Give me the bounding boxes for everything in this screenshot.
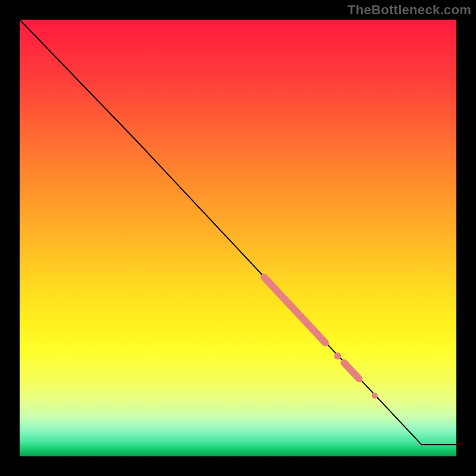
watermark-text: TheBottleneck.com	[347, 2, 471, 18]
segment-c	[344, 363, 359, 378]
chart-overlay	[20, 20, 456, 456]
dot-d	[372, 393, 378, 399]
curve-line	[20, 20, 456, 444]
plot-area	[20, 20, 456, 456]
dot-b	[334, 352, 341, 359]
segment-a	[264, 277, 325, 343]
chart-frame: TheBottleneck.com	[0, 0, 476, 476]
